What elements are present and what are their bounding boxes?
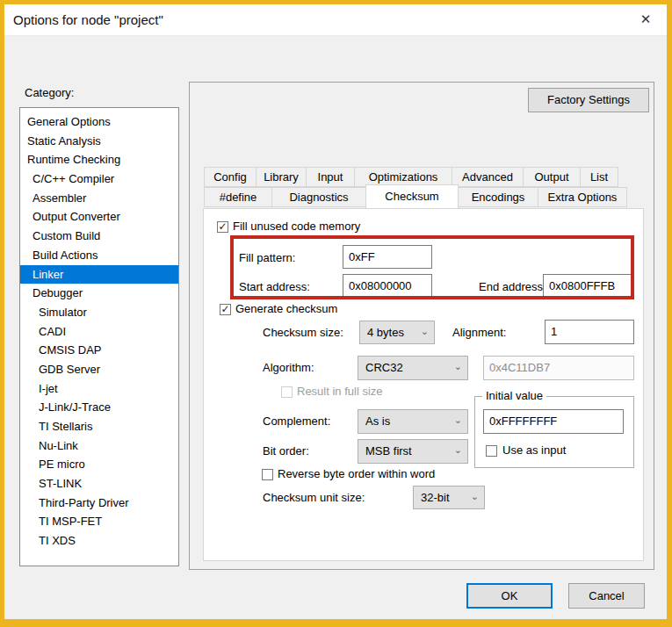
tab-strip: ConfigLibraryInputOptimizationsAdvancedO…: [204, 167, 643, 207]
factory-settings-button[interactable]: Factory Settings: [528, 88, 649, 112]
window-title: Options for node "project": [13, 4, 163, 35]
checksum-unit-size-value: 32-bit: [421, 491, 450, 504]
category-item-debugger[interactable]: Debugger: [20, 284, 178, 303]
category-item-assembler[interactable]: Assembler: [20, 189, 178, 208]
result-full-size-checkbox[interactable]: [281, 386, 293, 398]
alignment-label: Alignment:: [452, 326, 506, 339]
tab-output[interactable]: Output: [523, 167, 581, 187]
checksum-size-dropdown[interactable]: 4 bytes ⌄: [359, 321, 435, 344]
chevron-down-icon: ⌄: [454, 357, 462, 379]
tab-checksum[interactable]: Checksum: [365, 184, 459, 208]
dialog-body: Category: General OptionsStatic Analysis…: [4, 36, 667, 619]
checksum-tab-page: ✓ Fill unused code memory Fill pattern: …: [203, 208, 644, 561]
category-item-i-jet[interactable]: I-jet: [20, 379, 178, 399]
checksum-size-label: Checksum size:: [263, 326, 343, 339]
category-item-general-options[interactable]: General Options: [20, 112, 178, 132]
initial-value-input[interactable]: 0xFFFFFFFF: [483, 409, 624, 434]
bit-order-value: MSB first: [365, 444, 412, 458]
use-as-input-checkbox[interactable]: [486, 445, 497, 457]
algorithm-dropdown[interactable]: CRC32 ⌄: [358, 356, 468, 380]
tab-extra-options[interactable]: Extra Options: [538, 187, 627, 207]
category-item-cmsis-dap[interactable]: CMSIS DAP: [20, 341, 178, 360]
ok-button[interactable]: OK: [466, 583, 553, 609]
chevron-down-icon: ⌄: [454, 410, 462, 433]
reverse-byte-order-label: Reverse byte order within word: [278, 467, 435, 480]
category-item-ti-xds[interactable]: TI XDS: [20, 531, 178, 551]
tab--define[interactable]: #define: [204, 187, 272, 207]
bit-order-dropdown[interactable]: MSB first ⌄: [358, 439, 468, 464]
result-full-size-label: Result in full size: [297, 385, 383, 398]
fill-unused-label: Fill unused code memory: [233, 220, 360, 233]
initial-value-group: Initial value 0xFFFFFFFF Use as input: [474, 396, 634, 468]
alignment-input[interactable]: 1: [545, 320, 634, 344]
bit-order-label: Bit order:: [263, 444, 309, 458]
close-icon[interactable]: ✕: [633, 4, 658, 35]
chevron-down-icon: ⌄: [421, 321, 429, 343]
checksum-size-value: 4 bytes: [367, 326, 404, 339]
tab-row-2: #defineDiagnosticsChecksumEncodingsExtra…: [204, 187, 643, 207]
cancel-button[interactable]: Cancel: [568, 583, 645, 609]
initial-value-group-label: Initial value: [482, 389, 546, 402]
category-list[interactable]: General OptionsStatic AnalysisRuntime Ch…: [19, 107, 179, 566]
category-item-pe-micro[interactable]: PE micro: [20, 455, 178, 474]
category-item-third-party-driver[interactable]: Third-Party Driver: [20, 494, 178, 513]
algorithm-label: Algorithm:: [263, 361, 314, 374]
category-item-custom-build[interactable]: Custom Build: [20, 227, 178, 246]
category-item-ti-stellaris[interactable]: TI Stellaris: [20, 417, 178, 436]
checksum-unit-size-label: Checksum unit size:: [263, 491, 365, 504]
category-item-st-link[interactable]: ST-LINK: [20, 474, 178, 494]
complement-label: Complement:: [263, 414, 330, 428]
category-item-static-analysis[interactable]: Static Analysis: [20, 132, 178, 151]
category-item-cadi[interactable]: CADI: [20, 322, 178, 342]
category-item-simulator[interactable]: Simulator: [20, 303, 178, 322]
fill-unused-checkbox[interactable]: ✓: [217, 221, 228, 233]
options-panel: Factory Settings ConfigLibraryInputOptim…: [189, 82, 654, 570]
generate-checksum-checkbox[interactable]: ✓: [220, 304, 231, 315]
fill-pattern-label: Fill pattern:: [239, 251, 295, 264]
tab-diagnostics[interactable]: Diagnostics: [271, 187, 366, 207]
fill-pattern-input[interactable]: 0xFF: [343, 245, 432, 269]
options-dialog: Options for node "project" ✕ Category: G…: [0, 0, 672, 627]
polynomial-input[interactable]: 0x4C11DB7: [483, 356, 634, 380]
generate-checksum-label: Generate checksum: [235, 302, 337, 315]
tab-library[interactable]: Library: [256, 167, 307, 187]
category-label: Category:: [25, 86, 74, 99]
chevron-down-icon: ⌄: [471, 486, 479, 508]
title-bar: Options for node "project" ✕: [4, 4, 667, 36]
tab-config[interactable]: Config: [204, 167, 257, 187]
algorithm-value: CRC32: [365, 361, 403, 374]
category-item-gdb-server[interactable]: GDB Server: [20, 360, 178, 379]
category-item-runtime-checking[interactable]: Runtime Checking: [20, 150, 178, 169]
checksum-unit-size-dropdown[interactable]: 32-bit ⌄: [413, 486, 485, 509]
category-item-output-converter[interactable]: Output Converter: [20, 207, 178, 227]
reverse-byte-order-checkbox[interactable]: [262, 469, 273, 480]
category-item-ti-msp-fet[interactable]: TI MSP-FET: [20, 512, 178, 531]
end-address-input[interactable]: 0x0800FFFB: [543, 274, 633, 298]
category-item-build-actions[interactable]: Build Actions: [20, 246, 178, 265]
category-item-linker[interactable]: Linker: [20, 265, 178, 285]
category-item-nu-link[interactable]: Nu-Link: [20, 436, 178, 456]
use-as-input-label: Use as input: [502, 443, 566, 457]
complement-dropdown[interactable]: As is ⌄: [358, 409, 468, 434]
end-address-label: End address:: [479, 280, 546, 293]
tab-encodings[interactable]: Encodings: [458, 187, 538, 207]
category-item-j-link-j-trace[interactable]: J-Link/J-Trace: [20, 398, 178, 417]
tab-input[interactable]: Input: [306, 167, 355, 187]
start-address-input[interactable]: 0x08000000: [343, 274, 432, 298]
chevron-down-icon: ⌄: [454, 440, 462, 463]
complement-value: As is: [365, 414, 390, 428]
tab-list[interactable]: List: [580, 167, 618, 187]
tab-advanced[interactable]: Advanced: [452, 167, 524, 187]
start-address-label: Start address:: [239, 280, 310, 293]
category-item-c-c-compiler[interactable]: C/C++ Compiler: [20, 169, 178, 189]
